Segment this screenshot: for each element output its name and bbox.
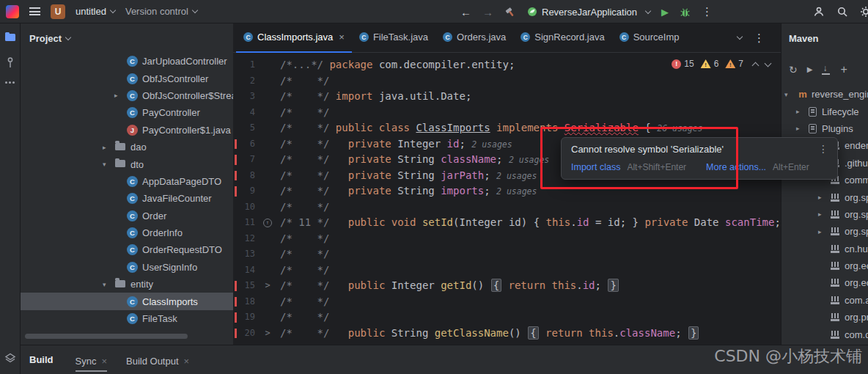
chevron-collapsed-icon[interactable]: ▸ [818,228,831,235]
line-number[interactable]: 20 [233,326,255,342]
forward-arrow-icon[interactable]: → [482,6,493,18]
code-line[interactable]: 10/* */ [233,199,781,216]
project-tree-item[interactable]: CJavaFileCounter [21,190,233,207]
gutter-marker[interactable]: ↑ [255,215,280,231]
code-line[interactable]: 12/* */ [233,231,781,247]
project-tree-item[interactable]: CObfJsController [21,70,233,87]
editor-tab[interactable]: CSignRecord.java [513,23,611,53]
maven-tree-item[interactable]: ▾mreverse_engin [781,86,868,103]
kebab-menu-icon[interactable]: ⋮ [818,143,828,155]
more-toolwindows-icon[interactable] [5,81,15,84]
execute-goal-icon[interactable]: ▶ [807,65,813,73]
chevron-expanded-icon[interactable]: ▾ [784,91,797,98]
project-avatar[interactable]: U [51,4,65,19]
maven-tree-item[interactable]: ▸Lifecycle [781,103,868,120]
line-number[interactable]: 14 [233,263,255,279]
chevron-collapsed-icon[interactable]: ▸ [796,108,809,115]
download-sources-icon[interactable] [822,65,831,75]
horizontal-scrollbar[interactable] [25,334,188,339]
line-number[interactable]: 5 [233,120,255,136]
kebab-menu-icon[interactable]: ⋮ [754,32,765,45]
code-line[interactable]: 13/* */ [233,246,781,263]
line-number[interactable]: 2 [233,73,255,89]
chevron-expanded-icon[interactable]: ▾ [103,281,115,288]
back-arrow-icon[interactable]: ← [460,6,471,18]
bottom-tab[interactable]: Sync× [76,352,108,372]
settings-gear-icon[interactable] [860,6,868,18]
inspections-widget[interactable]: ! 15 ! 6 ! 7 [672,59,770,69]
code-line[interactable]: 11↑/* 11 */ public void setId(Integer id… [233,215,781,231]
vcs-widget[interactable]: Version control [125,6,197,17]
maven-tree-item[interactable]: ▸org.spr [781,188,868,205]
line-number[interactable]: 11 [233,215,255,231]
run-configuration-selector[interactable]: ReverseJarApplication [527,7,650,18]
project-tree-item[interactable]: JPayController$1.java [21,122,233,139]
close-tab-icon[interactable]: × [101,356,107,367]
line-number[interactable]: 7 [233,152,255,168]
code-line[interactable]: 4/* */ [233,105,781,121]
project-tree-item[interactable]: CAppDataPageDTO [21,173,233,190]
project-tree-item[interactable]: CJarUploadController [21,53,233,70]
build-hammer-icon[interactable] [504,6,516,18]
project-tree-item[interactable]: CClassImports [21,293,233,309]
maven-tree-item[interactable]: ▸Plugins [781,120,868,137]
commit-toolwindow-button[interactable] [5,56,15,68]
bottom-tab[interactable]: Build Output× [126,352,189,372]
add-icon[interactable]: + [840,63,847,76]
editor-tab[interactable]: CSourceImp [612,23,687,53]
project-tree-item[interactable]: CPayController [21,104,233,121]
project-tree-item[interactable]: ▸dao [21,139,233,155]
close-tab-icon[interactable]: × [184,356,190,367]
project-tree-item[interactable]: CUserSignInfo [21,259,233,276]
maven-tree-item[interactable]: ▸org.spr [781,223,868,240]
fold-icon[interactable]: > [255,278,280,294]
maven-tree-item[interactable]: cn.hutc [781,241,868,257]
maven-tree-item[interactable]: org.ecl [781,274,868,291]
hamburger-menu-icon[interactable] [29,7,40,15]
run-button[interactable]: ▶ [661,7,669,18]
editor-tab[interactable]: CFileTask.java [352,23,435,53]
maven-tree-item[interactable]: com.ali [781,292,868,309]
project-tree-item[interactable]: COrder [21,208,233,224]
line-number[interactable]: 1 [233,57,255,73]
line-number[interactable]: 18 [233,294,255,310]
line-number[interactable]: 12 [233,231,255,247]
search-icon[interactable] [836,6,848,18]
editor-tab[interactable]: COrders.java [435,23,513,53]
project-tree-item[interactable]: ▾entity [21,276,233,293]
line-number[interactable]: 6 [233,136,255,153]
line-number[interactable]: 9 [233,183,255,199]
maven-tree-item[interactable]: ▸org.spr [781,206,868,223]
project-switcher[interactable]: untitled [76,6,115,17]
line-number[interactable]: 3 [233,89,255,105]
previous-issue-icon[interactable] [752,62,760,69]
refresh-icon[interactable]: ↻ [789,64,798,76]
chevron-collapsed-icon[interactable]: ▸ [818,194,831,201]
line-number[interactable]: 8 [233,168,255,184]
code-line[interactable]: 2/* */ [233,73,781,89]
project-tree-item[interactable]: COrderRequestDTO [21,241,233,258]
code-line[interactable]: 15>/* */ public Integer getId() { return… [233,278,781,294]
chevron-collapsed-icon[interactable]: ▸ [796,125,809,132]
kebab-menu-icon[interactable]: ⋮ [702,5,713,18]
next-issue-icon[interactable] [765,59,772,67]
editor-tab[interactable]: CClassImports.java× [236,23,352,53]
line-number[interactable]: 4 [233,105,255,121]
maven-panel-header[interactable]: Maven [781,23,868,53]
line-number[interactable]: 13 [233,246,255,263]
line-number[interactable]: 15 [233,278,255,294]
project-toolwindow-button[interactable] [5,32,15,43]
chevron-collapsed-icon[interactable]: ▸ [114,92,127,99]
code-line[interactable]: 19/* */ [233,309,781,326]
services-toolwindow-button[interactable] [4,352,16,374]
maven-tree-item[interactable]: org.ecl [781,257,868,274]
chevron-collapsed-icon[interactable]: ▸ [818,210,831,218]
chevron-collapsed-icon[interactable]: ▸ [103,144,115,151]
project-tree-item[interactable]: COrderInfo [21,224,233,241]
maven-tree-item[interactable]: com.qi [781,326,868,342]
project-tree-item[interactable]: CFileTask [21,310,233,327]
code-line[interactable]: 3/* */ import java.util.Date; [233,89,781,105]
code-line[interactable]: 14/* */ [233,263,781,279]
close-tab-icon[interactable]: × [339,32,345,43]
project-tree-item[interactable]: ▾dto [21,155,233,172]
